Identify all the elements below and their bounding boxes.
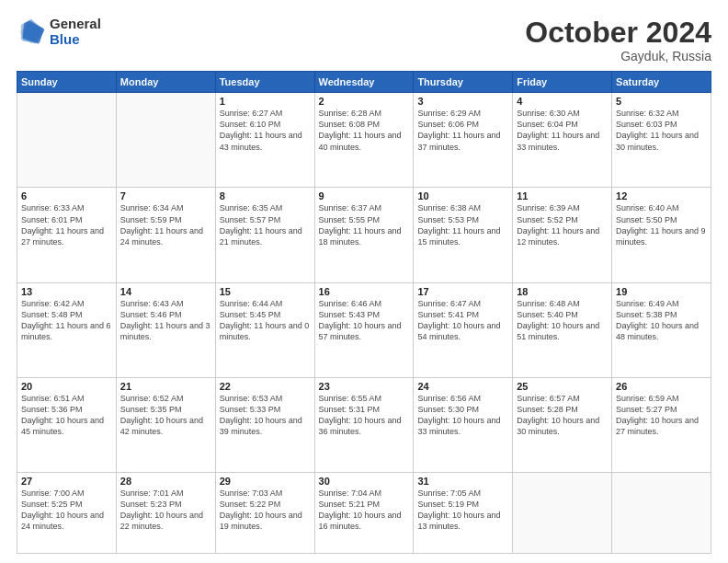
calendar-cell: 6Sunrise: 6:33 AM Sunset: 6:01 PM Daylig…	[17, 188, 117, 282]
calendar-cell: 31Sunrise: 7:05 AM Sunset: 5:19 PM Dayli…	[414, 472, 513, 553]
col-friday: Friday	[513, 72, 612, 93]
calendar-cell: 13Sunrise: 6:42 AM Sunset: 5:48 PM Dayli…	[17, 282, 117, 377]
col-tuesday: Tuesday	[215, 72, 314, 93]
calendar-cell: 25Sunrise: 6:57 AM Sunset: 5:28 PM Dayli…	[513, 377, 612, 472]
calendar-cell: 18Sunrise: 6:48 AM Sunset: 5:40 PM Dayli…	[513, 282, 612, 377]
day-number: 26	[616, 381, 707, 392]
calendar-cell: 5Sunrise: 6:32 AM Sunset: 6:03 PM Daylig…	[612, 93, 711, 188]
logo-text: General Blue	[50, 17, 101, 47]
day-number: 29	[220, 476, 311, 487]
calendar-cell: 27Sunrise: 7:00 AM Sunset: 5:25 PM Dayli…	[17, 472, 117, 553]
day-info: Sunrise: 6:47 AM Sunset: 5:41 PM Dayligh…	[417, 298, 508, 343]
calendar-table: Sunday Monday Tuesday Wednesday Thursday…	[17, 71, 711, 554]
day-number: 21	[120, 381, 211, 392]
day-number: 19	[616, 286, 707, 297]
col-monday: Monday	[116, 72, 215, 93]
location: Gayduk, Russia	[525, 49, 711, 63]
day-info: Sunrise: 6:30 AM Sunset: 6:04 PM Dayligh…	[517, 108, 608, 153]
day-info: Sunrise: 6:56 AM Sunset: 5:30 PM Dayligh…	[417, 393, 508, 438]
day-number: 17	[417, 286, 508, 297]
calendar-cell: 12Sunrise: 6:40 AM Sunset: 5:50 PM Dayli…	[612, 188, 711, 282]
day-info: Sunrise: 6:59 AM Sunset: 5:27 PM Dayligh…	[616, 393, 707, 438]
col-sunday: Sunday	[17, 72, 117, 93]
day-info: Sunrise: 6:53 AM Sunset: 5:33 PM Dayligh…	[220, 393, 311, 438]
calendar-cell: 3Sunrise: 6:29 AM Sunset: 6:06 PM Daylig…	[414, 93, 513, 188]
calendar-cell: 17Sunrise: 6:47 AM Sunset: 5:41 PM Dayli…	[414, 282, 513, 377]
day-number: 3	[417, 96, 508, 107]
calendar-cell: 7Sunrise: 6:34 AM Sunset: 5:59 PM Daylig…	[116, 188, 215, 282]
day-info: Sunrise: 6:32 AM Sunset: 6:03 PM Dayligh…	[616, 108, 707, 153]
calendar-cell: 15Sunrise: 6:44 AM Sunset: 5:45 PM Dayli…	[215, 282, 314, 377]
day-number: 16	[319, 286, 410, 297]
day-info: Sunrise: 6:28 AM Sunset: 6:08 PM Dayligh…	[319, 108, 410, 153]
day-number: 30	[319, 476, 410, 487]
calendar-cell: 23Sunrise: 6:55 AM Sunset: 5:31 PM Dayli…	[314, 377, 414, 472]
calendar-header-row: Sunday Monday Tuesday Wednesday Thursday…	[17, 72, 711, 93]
calendar-cell: 28Sunrise: 7:01 AM Sunset: 5:23 PM Dayli…	[116, 472, 215, 553]
title-block: October 2024 Gayduk, Russia	[525, 17, 711, 63]
col-thursday: Thursday	[414, 72, 513, 93]
logo-icon	[17, 17, 46, 47]
calendar-cell: 2Sunrise: 6:28 AM Sunset: 6:08 PM Daylig…	[314, 93, 414, 188]
day-number: 31	[417, 476, 508, 487]
day-info: Sunrise: 6:39 AM Sunset: 5:52 PM Dayligh…	[517, 202, 608, 247]
calendar-cell	[116, 93, 215, 188]
calendar-cell: 24Sunrise: 6:56 AM Sunset: 5:30 PM Dayli…	[414, 377, 513, 472]
calendar-cell: 22Sunrise: 6:53 AM Sunset: 5:33 PM Dayli…	[215, 377, 314, 472]
day-info: Sunrise: 6:43 AM Sunset: 5:46 PM Dayligh…	[120, 298, 211, 343]
day-info: Sunrise: 6:35 AM Sunset: 5:57 PM Dayligh…	[220, 202, 311, 247]
day-info: Sunrise: 7:05 AM Sunset: 5:19 PM Dayligh…	[417, 488, 508, 533]
day-info: Sunrise: 6:33 AM Sunset: 6:01 PM Dayligh…	[21, 202, 112, 247]
day-info: Sunrise: 6:37 AM Sunset: 5:55 PM Dayligh…	[319, 202, 410, 247]
calendar-cell: 30Sunrise: 7:04 AM Sunset: 5:21 PM Dayli…	[314, 472, 414, 553]
calendar-cell: 8Sunrise: 6:35 AM Sunset: 5:57 PM Daylig…	[215, 188, 314, 282]
day-number: 8	[220, 190, 311, 201]
day-number: 4	[517, 96, 608, 107]
day-number: 15	[220, 286, 311, 297]
calendar-cell: 16Sunrise: 6:46 AM Sunset: 5:43 PM Dayli…	[314, 282, 414, 377]
calendar-cell: 20Sunrise: 6:51 AM Sunset: 5:36 PM Dayli…	[17, 377, 117, 472]
col-saturday: Saturday	[612, 72, 711, 93]
day-info: Sunrise: 6:57 AM Sunset: 5:28 PM Dayligh…	[517, 393, 608, 438]
day-info: Sunrise: 7:04 AM Sunset: 5:21 PM Dayligh…	[319, 488, 410, 533]
calendar-cell: 1Sunrise: 6:27 AM Sunset: 6:10 PM Daylig…	[215, 93, 314, 188]
calendar-cell	[17, 93, 117, 188]
logo-general: General	[50, 17, 101, 32]
day-info: Sunrise: 6:29 AM Sunset: 6:06 PM Dayligh…	[417, 108, 508, 153]
day-number: 20	[21, 381, 112, 392]
month-title: October 2024	[525, 17, 711, 49]
calendar-cell	[612, 472, 711, 553]
logo: General Blue	[17, 17, 101, 47]
day-info: Sunrise: 6:44 AM Sunset: 5:45 PM Dayligh…	[220, 298, 311, 343]
calendar-cell: 29Sunrise: 7:03 AM Sunset: 5:22 PM Dayli…	[215, 472, 314, 553]
day-number: 27	[21, 476, 112, 487]
calendar-cell: 11Sunrise: 6:39 AM Sunset: 5:52 PM Dayli…	[513, 188, 612, 282]
calendar-cell: 9Sunrise: 6:37 AM Sunset: 5:55 PM Daylig…	[314, 188, 414, 282]
day-number: 7	[120, 190, 211, 201]
calendar-cell: 21Sunrise: 6:52 AM Sunset: 5:35 PM Dayli…	[116, 377, 215, 472]
col-wednesday: Wednesday	[314, 72, 414, 93]
logo-blue: Blue	[50, 32, 101, 48]
day-number: 23	[319, 381, 410, 392]
day-info: Sunrise: 7:00 AM Sunset: 5:25 PM Dayligh…	[21, 488, 112, 533]
day-info: Sunrise: 7:01 AM Sunset: 5:23 PM Dayligh…	[120, 488, 211, 533]
header: General Blue October 2024 Gayduk, Russia	[17, 17, 711, 63]
day-number: 12	[616, 190, 707, 201]
day-number: 11	[517, 190, 608, 201]
day-number: 24	[417, 381, 508, 392]
calendar-cell	[513, 472, 612, 553]
day-number: 22	[220, 381, 311, 392]
day-info: Sunrise: 6:51 AM Sunset: 5:36 PM Dayligh…	[21, 393, 112, 438]
calendar-cell: 26Sunrise: 6:59 AM Sunset: 5:27 PM Dayli…	[612, 377, 711, 472]
day-number: 18	[517, 286, 608, 297]
day-info: Sunrise: 6:49 AM Sunset: 5:38 PM Dayligh…	[616, 298, 707, 343]
day-number: 1	[220, 96, 311, 107]
day-info: Sunrise: 6:34 AM Sunset: 5:59 PM Dayligh…	[120, 202, 211, 247]
day-info: Sunrise: 6:52 AM Sunset: 5:35 PM Dayligh…	[120, 393, 211, 438]
day-info: Sunrise: 6:48 AM Sunset: 5:40 PM Dayligh…	[517, 298, 608, 343]
day-number: 2	[319, 96, 410, 107]
calendar-cell: 14Sunrise: 6:43 AM Sunset: 5:46 PM Dayli…	[116, 282, 215, 377]
day-number: 6	[21, 190, 112, 201]
day-number: 10	[417, 190, 508, 201]
day-info: Sunrise: 6:40 AM Sunset: 5:50 PM Dayligh…	[616, 202, 707, 247]
